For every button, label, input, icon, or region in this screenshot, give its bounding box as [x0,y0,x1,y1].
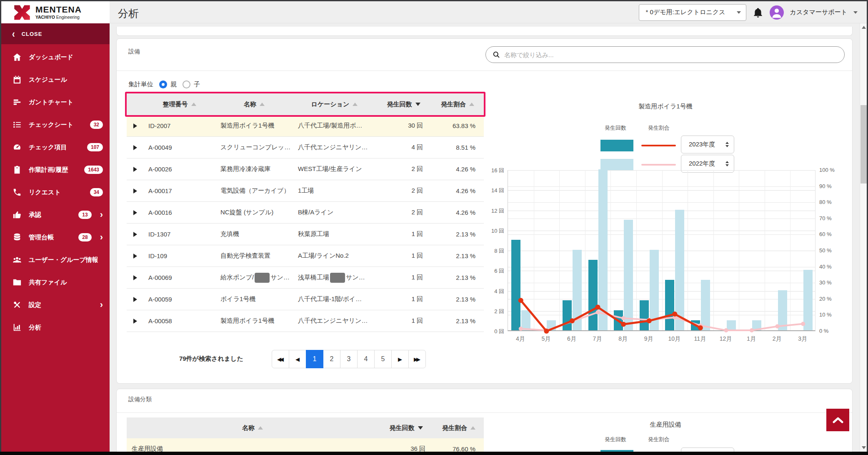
equipment-table-row[interactable]: A-00017電気設備（アーカイブ）1工場2 回4.26 % [127,180,484,202]
row-expander[interactable] [127,167,143,172]
page-prev-button[interactable]: ◀ [289,350,306,368]
equipment-table-row[interactable]: A-00026業務用冷凍冷蔵庫WEST工場/生産ライン2 回4.26 % [127,158,484,180]
sidebar-item-checksheet[interactable]: チェックシート32 [1,113,110,136]
legend-swatch-2022-bars [600,159,633,171]
radio-child[interactable]: 子 [183,80,200,88]
organization-select[interactable]: * 0デモ用:エレクトロニクス [639,4,746,21]
x-axis-labels: 4月5月6月7月8月9月10月11月12月1月2月3月 [508,335,815,344]
sidebar-item-analysis[interactable]: 分析 [1,316,110,339]
sidebar-item-request[interactable]: リクエスト34 [1,181,110,204]
row-expander[interactable] [127,145,143,150]
cell-rate: 63.83 % [431,122,484,129]
sort-down-icon [418,426,423,430]
mentena-logo-icon [13,4,31,21]
equipment-table-row[interactable]: A-00069給水ポンプ/サン…浅草橋工場サン…1 回2.13 % [127,267,484,289]
row-expander[interactable] [127,189,143,194]
scrollbar-thumb[interactable] [860,105,867,184]
column-header[interactable]: 発生回数 [376,93,431,115]
expand-arrow-icon [133,145,137,150]
column-header[interactable]: 発生割合 [434,417,484,438]
equipment-table-row[interactable]: ID-109自動光学検査装置A工場/ラインNo.21 回2.13 % [127,245,484,267]
row-expander[interactable] [127,123,143,128]
sidebar-item-settings[interactable]: 設定› [1,294,110,316]
y-right-tick: 60 % [819,231,832,237]
equipment-table-row[interactable]: A-00058製造用ボイラ1号機八千代エンジニヤリン…1 回2.13 % [127,310,484,332]
rate-lines [508,170,816,331]
sidebar-item-approval[interactable]: 承認13› [1,204,110,226]
sidebar-item-files[interactable]: 共有ファイル [1,271,110,294]
cell-id: A-00049 [143,144,215,151]
classification-card: 設備分類 名称発生回数発生割合 生産用設備 36 回 76.60 % 生産用設備… [116,389,853,452]
count-badge: 32 [90,121,103,129]
updown-icon [725,142,729,147]
legend-swatch-2023-line [641,145,676,146]
page-3-button[interactable]: 3 [340,350,358,368]
row-expander[interactable] [127,275,143,280]
column-header[interactable]: ロケーション [293,93,376,115]
expand-arrow-icon [133,189,137,194]
count-badge: 107 [87,143,103,151]
user-menu[interactable]: カスタマーサポート [790,8,847,16]
page-4-button[interactable]: 4 [357,350,375,368]
page-first-button[interactable]: ◀◀ [272,350,289,368]
radio-parent[interactable]: 親 [159,80,177,88]
year-select[interactable] [681,447,734,452]
page-last-button[interactable]: ▶▶ [408,350,426,368]
column-header[interactable]: 名称 [127,417,378,438]
row-expander[interactable] [127,210,143,215]
year-select-2023[interactable]: 2023年度 [681,136,734,153]
sidebar-item-workplan[interactable]: 作業計画/履歴1643 [1,158,110,181]
column-header[interactable]: 発生回数 [378,417,434,438]
equipment-search-input[interactable] [504,51,838,58]
column-header[interactable]: 整理番号 [143,93,215,115]
y-right-tick: 90 % [819,183,832,189]
sidebar-item-label: チェックシート [29,121,83,129]
sidebar-item-label: 管理台帳 [29,234,72,241]
previous-card-edge [116,27,853,36]
expand-arrow-icon [133,319,137,324]
brand-logo[interactable]: MENTENA YACHIYO Engineering [1,1,110,23]
radio-child-input[interactable] [183,80,190,88]
row-expander[interactable] [127,319,143,324]
row-expander[interactable] [127,232,143,237]
page-2-button[interactable]: 2 [323,350,340,368]
y-left-tick: 12 回 [491,207,504,215]
page-5-button[interactable]: 5 [374,350,392,368]
divider [117,70,852,71]
column-header[interactable]: 発生割合 [431,93,484,115]
sidebar-item-schedule[interactable]: スケジュール [1,68,110,91]
cell-id: ID-2007 [143,122,215,129]
scrollbar-down-arrow[interactable] [862,446,866,449]
count-badge: 1643 [84,166,103,174]
sidebar-item-dashboard[interactable]: ダッシュボード [1,46,110,68]
scroll-to-top-button[interactable] [826,409,849,431]
row-expander[interactable] [127,297,143,302]
equipment-table-row[interactable]: ID-2007製造用ボイラ1号機八千代工場/製造用ボ…30 回63.83 % [127,115,484,137]
equipment-table-row[interactable]: A-00049スクリューコンプレッ…八千代エンジニヤリン…4 回8.51 % [127,137,484,158]
home-icon [12,52,22,62]
sidebar-item-gantt[interactable]: ガントチャート [1,91,110,113]
chevron-right-icon: › [100,300,103,309]
cell-location: 浅草橋工場サン… [293,273,376,283]
notifications-bell-icon[interactable] [753,7,763,18]
equipment-table-row[interactable]: A-00059ボイラ1号機八千代工場-1階/ボイ…1 回2.13 % [127,289,484,310]
sidebar: MENTENA YACHIYO Engineering ‹ CLOSE ダッシュ… [1,1,110,452]
page-1-button[interactable]: 1 [306,350,323,368]
sidebar-item-checkitem[interactable]: チェック項目107 [1,136,110,158]
scrollbar-up-arrow[interactable] [862,26,866,29]
equipment-table-row[interactable]: A-00016NC旋盤 (サンプル)B棟/Aライン2 回4.26 % [127,202,484,224]
cell-location: 秋葉原工場 [293,230,376,238]
x-tick: 2月 [773,335,782,343]
equipment-table-row[interactable]: ID-1307充填機秋葉原工場1 回2.13 % [127,224,484,245]
sidebar-collapse-button[interactable]: ‹ CLOSE [1,23,110,44]
radio-parent-input[interactable] [159,80,167,88]
y-right-tick: 50 % [819,247,832,254]
user-avatar[interactable] [770,5,784,20]
vertical-scrollbar[interactable] [860,23,867,452]
sidebar-item-ledger[interactable]: 管理台帳28› [1,226,110,249]
page-next-button[interactable]: ▶ [391,350,409,368]
classification-table-row[interactable]: 生産用設備 36 回 76.60 % [127,438,484,452]
sidebar-item-users[interactable]: ユーザー・グループ情報 [1,249,110,271]
row-expander[interactable] [127,254,143,259]
column-header[interactable]: 名称 [215,93,293,115]
